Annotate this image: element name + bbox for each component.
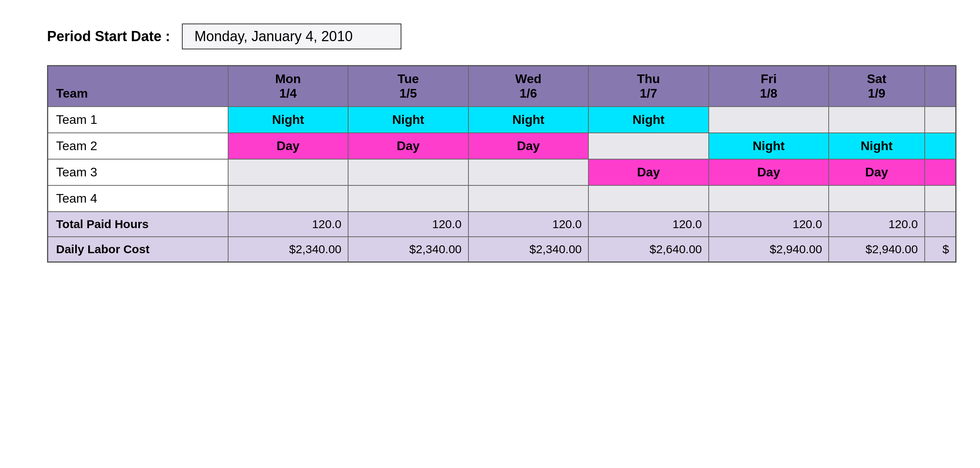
day-header-tue: Tue 1/5 bbox=[348, 66, 468, 107]
table-row: Team 4 bbox=[48, 185, 956, 212]
shift-cell: Day bbox=[468, 133, 589, 159]
shift-cell: Day bbox=[348, 133, 468, 159]
shift-cell bbox=[588, 133, 709, 159]
table-row: Team 1NightNightNightNight bbox=[48, 107, 956, 133]
day-header-sat: Sat 1/9 bbox=[829, 66, 924, 107]
table-header-row: Team Mon 1/4 Tue 1/5 Wed 1/6 Thu 1/7 Fri… bbox=[48, 66, 956, 107]
paid-hours-value: 120.0 bbox=[709, 212, 829, 237]
labor-cost-value: $2,340.00 bbox=[348, 237, 468, 262]
shift-cell: Night bbox=[468, 107, 589, 133]
shift-cell bbox=[228, 159, 348, 185]
shift-cell: Night bbox=[709, 133, 829, 159]
total-paid-hours-row: Total Paid Hours120.0120.0120.0120.0120.… bbox=[48, 212, 956, 237]
shift-cell bbox=[829, 107, 924, 133]
shift-cell bbox=[709, 185, 829, 212]
shift-cell: Night bbox=[588, 107, 709, 133]
day-header-thu: Thu 1/7 bbox=[588, 66, 709, 107]
shift-cell-extra bbox=[925, 133, 956, 159]
schedule-table: Team Mon 1/4 Tue 1/5 Wed 1/6 Thu 1/7 Fri… bbox=[47, 65, 956, 263]
shift-cell: Day bbox=[228, 133, 348, 159]
team-name-cell: Team 4 bbox=[48, 185, 228, 212]
labor-cost-value: $2,940.00 bbox=[829, 237, 924, 262]
shift-cell bbox=[829, 185, 924, 212]
shift-cell: Night bbox=[228, 107, 348, 133]
period-start-row: Period Start Date : Monday, January 4, 2… bbox=[47, 24, 956, 49]
shift-cell: Day bbox=[588, 159, 709, 185]
paid-hours-value: 120.0 bbox=[588, 212, 709, 237]
team-column-header: Team bbox=[48, 66, 228, 107]
labor-cost-extra: $ bbox=[925, 237, 956, 262]
day-header-mon: Mon 1/4 bbox=[228, 66, 348, 107]
day-header-wed: Wed 1/6 bbox=[468, 66, 589, 107]
team-name-cell: Team 1 bbox=[48, 107, 228, 133]
labor-cost-value: $2,340.00 bbox=[468, 237, 589, 262]
team-name-cell: Team 3 bbox=[48, 159, 228, 185]
shift-cell-extra bbox=[925, 185, 956, 212]
labor-cost-value: $2,640.00 bbox=[588, 237, 709, 262]
shift-cell bbox=[468, 185, 589, 212]
table-row: Team 3DayDayDay bbox=[48, 159, 956, 185]
period-start-label: Period Start Date : bbox=[47, 28, 170, 45]
shift-cell: Night bbox=[348, 107, 468, 133]
labor-cost-value: $2,940.00 bbox=[709, 237, 829, 262]
period-start-value: Monday, January 4, 2010 bbox=[182, 24, 401, 49]
paid-hours-value: 120.0 bbox=[829, 212, 924, 237]
shift-cell: Night bbox=[829, 133, 924, 159]
shift-cell bbox=[228, 185, 348, 212]
paid-hours-value: 120.0 bbox=[348, 212, 468, 237]
shift-cell bbox=[468, 159, 589, 185]
table-row: Team 2DayDayDayNightNight bbox=[48, 133, 956, 159]
paid-hours-value: 120.0 bbox=[468, 212, 589, 237]
total-paid-hours-label: Total Paid Hours bbox=[48, 212, 228, 237]
daily-labor-cost-row: Daily Labor Cost$2,340.00$2,340.00$2,340… bbox=[48, 237, 956, 262]
shift-cell: Day bbox=[709, 159, 829, 185]
shift-cell bbox=[348, 159, 468, 185]
paid-hours-value: 120.0 bbox=[228, 212, 348, 237]
shift-cell bbox=[709, 107, 829, 133]
shift-cell: Day bbox=[829, 159, 924, 185]
shift-cell-extra bbox=[925, 159, 956, 185]
team-name-cell: Team 2 bbox=[48, 133, 228, 159]
shift-cell-extra bbox=[925, 107, 956, 133]
labor-cost-value: $2,340.00 bbox=[228, 237, 348, 262]
paid-hours-extra bbox=[925, 212, 956, 237]
shift-cell bbox=[588, 185, 709, 212]
daily-labor-cost-label: Daily Labor Cost bbox=[48, 237, 228, 262]
shift-cell bbox=[348, 185, 468, 212]
day-header-extra bbox=[925, 66, 956, 107]
day-header-fri: Fri 1/8 bbox=[709, 66, 829, 107]
